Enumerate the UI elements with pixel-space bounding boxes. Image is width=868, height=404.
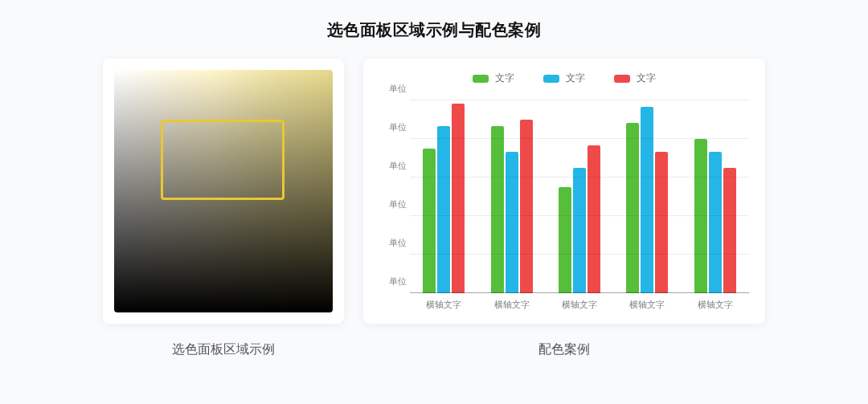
- bar-group: [613, 100, 681, 293]
- legend-label: 文字: [637, 71, 656, 85]
- color-picker-panel[interactable]: [114, 70, 333, 312]
- bar-group: [546, 100, 613, 293]
- bar[interactable]: [573, 168, 586, 293]
- bar[interactable]: [506, 152, 518, 293]
- picker-highlight-rect: [161, 120, 285, 200]
- bar-group: [410, 100, 477, 293]
- bar[interactable]: [452, 104, 465, 293]
- chart-y-tick-label: 单位: [379, 83, 407, 95]
- bar-group: [682, 100, 749, 293]
- bar[interactable]: [437, 126, 450, 293]
- chart-y-tick-label: 单位: [379, 160, 407, 172]
- legend-swatch: [614, 75, 630, 83]
- chart-y-tick-label: 单位: [379, 198, 407, 210]
- chart-grid-line: [410, 100, 749, 100]
- legend-item[interactable]: 文字: [473, 71, 514, 85]
- chart-y-tick-label: 单位: [379, 121, 407, 133]
- chart-x-tick-label: 横轴文字: [613, 299, 681, 311]
- chart-plot-area: 单位单位单位单位单位单位: [410, 100, 749, 293]
- chart-y-tick-label: 单位: [379, 237, 407, 249]
- picker-card: [103, 59, 344, 324]
- bar[interactable]: [723, 168, 736, 293]
- bar[interactable]: [423, 149, 436, 293]
- chart-bars-container: [410, 100, 749, 293]
- chart-y-tick-label: 单位: [379, 275, 407, 288]
- chart-grid-line: [410, 254, 749, 255]
- chart-card: 文字文字文字 单位单位单位单位单位单位 横轴文字横轴文字横轴文字横轴文字横轴文字: [363, 59, 765, 324]
- legend-swatch: [543, 75, 559, 83]
- chart-x-tick-label: 横轴文字: [477, 299, 545, 311]
- page-title: 选色面板区域示例与配色案例: [0, 19, 868, 41]
- chart-legend: 文字文字文字: [379, 71, 749, 85]
- legend-item[interactable]: 文字: [543, 71, 585, 85]
- right-caption: 配色案例: [363, 341, 765, 358]
- chart-grid-line: [410, 138, 749, 139]
- chart-grid-line: [410, 177, 749, 178]
- legend-label: 文字: [495, 71, 514, 85]
- bar[interactable]: [694, 139, 707, 293]
- bar-group: [477, 100, 545, 293]
- page: 选色面板区域示例与配色案例 文字文字文字 单位单位单位单位单位单位 横轴文字横轴…: [0, 0, 868, 404]
- chart-grid-line: [410, 215, 749, 216]
- bar[interactable]: [491, 126, 504, 293]
- chart-x-tick-label: 横轴文字: [546, 299, 613, 311]
- captions-row: 选色面板区域示例 配色案例: [0, 341, 868, 358]
- bar[interactable]: [641, 107, 653, 293]
- bar-chart: 文字文字文字 单位单位单位单位单位单位 横轴文字横轴文字横轴文字横轴文字横轴文字: [379, 71, 749, 314]
- chart-x-tick-label: 横轴文字: [410, 299, 477, 311]
- panels-row: 文字文字文字 单位单位单位单位单位单位 横轴文字横轴文字横轴文字横轴文字横轴文字: [0, 59, 868, 324]
- chart-x-tick-label: 横轴文字: [682, 299, 749, 311]
- chart-x-axis: 横轴文字横轴文字横轴文字横轴文字横轴文字: [410, 299, 749, 311]
- bar[interactable]: [626, 123, 639, 293]
- legend-swatch: [473, 75, 489, 83]
- chart-grid-line: [410, 292, 749, 293]
- bar[interactable]: [655, 152, 668, 293]
- bar[interactable]: [559, 187, 571, 293]
- bar[interactable]: [520, 120, 533, 293]
- bar[interactable]: [588, 145, 600, 293]
- legend-label: 文字: [566, 71, 585, 85]
- bar[interactable]: [709, 152, 722, 293]
- legend-item[interactable]: 文字: [614, 71, 656, 85]
- left-caption: 选色面板区域示例: [103, 341, 344, 358]
